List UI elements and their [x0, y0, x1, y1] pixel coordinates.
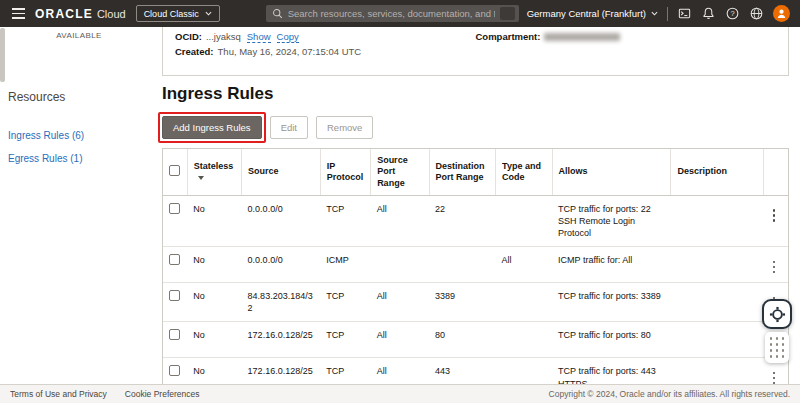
search-bar[interactable] — [266, 5, 519, 22]
sidebar-title: Resources — [8, 90, 154, 104]
cell-ip-protocol: TCP — [320, 283, 370, 322]
column-header-destination-port-range: Destination Port Range — [429, 149, 496, 195]
column-header-source-port-range: Source Port Range — [371, 149, 429, 195]
compartment-value-redacted — [544, 33, 620, 41]
table-header-row: Stateless Source IP Protocol Source Port… — [163, 149, 788, 195]
cell-description — [671, 195, 764, 246]
cell-source-port-range: All — [371, 322, 429, 358]
select-all-checkbox[interactable] — [169, 165, 180, 176]
target-icon — [769, 306, 786, 323]
cell-stateless: No — [187, 283, 241, 322]
column-header-description: Description — [671, 149, 764, 195]
cell-source: 0.0.0.0/0 — [242, 247, 321, 283]
scrollbar-thumb[interactable] — [0, 28, 5, 82]
column-header-ip-protocol: IP Protocol — [320, 149, 370, 195]
ocid-copy-link[interactable]: Copy — [277, 31, 299, 43]
cell-source: 84.83.203.184/32 — [242, 283, 321, 322]
row-actions-menu-icon[interactable] — [770, 207, 779, 224]
topbar-right-controls: Germany Central (Frankfurt) ? — [527, 5, 790, 22]
search-hotkey-badge — [500, 7, 515, 20]
row-checkbox[interactable] — [169, 254, 180, 265]
chevron-down-icon — [205, 11, 212, 16]
drag-handle-dots[interactable] — [765, 332, 790, 363]
ingress-rules-table: Stateless Source IP Protocol Source Port… — [162, 148, 789, 403]
page-title: Ingress Rules — [162, 84, 789, 104]
divider — [667, 7, 668, 21]
row-checkbox[interactable] — [169, 290, 180, 301]
cell-allows: ICMP traffic for: All — [552, 247, 671, 283]
created-value: Thu, May 16, 2024, 07:15:04 UTC — [218, 46, 362, 57]
profile-avatar[interactable] — [773, 5, 790, 22]
notifications-bell-icon[interactable] — [701, 6, 716, 21]
oracle-wordmark: ORACLE — [35, 7, 93, 21]
menu-icon[interactable] — [10, 6, 27, 21]
help-icon[interactable]: ? — [725, 6, 740, 21]
cell-source-port-range: All — [371, 283, 429, 322]
column-header-source: Source — [242, 149, 321, 195]
cell-type-and-code — [496, 322, 552, 358]
cell-type-and-code — [496, 283, 552, 322]
cell-description — [671, 283, 764, 322]
cell-allows: TCP traffic for ports: 3389 — [552, 283, 671, 322]
region-selector[interactable]: Germany Central (Frankfurt) — [527, 8, 658, 19]
edit-button[interactable]: Edit — [270, 116, 308, 139]
row-checkbox[interactable] — [169, 329, 180, 340]
row-checkbox[interactable] — [169, 365, 180, 376]
cloud-shell-icon[interactable] — [677, 6, 692, 21]
cell-stateless: No — [187, 322, 241, 358]
table-row: No 84.83.203.184/32 TCP All 3389 TCP tra… — [163, 283, 788, 322]
cell-source: 0.0.0.0/0 — [242, 195, 321, 246]
column-header-stateless[interactable]: Stateless — [187, 149, 241, 195]
sidebar-item-ingress-rules[interactable]: Ingress Rules (6) — [8, 130, 154, 141]
compartment-label: Compartment: — [476, 31, 541, 42]
cell-destination-port-range: 80 — [429, 322, 496, 358]
language-globe-icon[interactable] — [749, 6, 764, 21]
add-ingress-rules-button[interactable]: Add Ingress Rules — [162, 116, 262, 139]
cell-ip-protocol: TCP — [320, 322, 370, 358]
ingress-rules-table-body: No 0.0.0.0/0 TCP All 22 TCP traffic for … — [163, 195, 788, 403]
cell-type-and-code — [496, 195, 552, 246]
resource-details-card: OCID:...jyaksqShowCopy Compartment: Crea… — [162, 27, 789, 76]
column-header-allows: Allows — [552, 149, 671, 195]
cookie-preferences-link[interactable]: Cookie Preferences — [125, 389, 200, 399]
region-label: Germany Central (Frankfurt) — [527, 8, 646, 19]
cloud-wordmark: Cloud — [97, 8, 126, 20]
created-row: Created:Thu, May 16, 2024, 07:15:04 UTC — [175, 46, 476, 57]
resources-sidebar: Resources Ingress Rules (6) Egress Rules… — [8, 90, 154, 176]
row-actions-menu-icon[interactable] — [770, 259, 779, 276]
terms-of-use-link[interactable]: Terms of Use and Privacy — [10, 389, 107, 399]
row-checkbox[interactable] — [169, 203, 180, 214]
cell-description — [671, 322, 764, 358]
cell-ip-protocol: ICMP — [320, 247, 370, 283]
cell-stateless: No — [187, 195, 241, 246]
cell-allows: TCP traffic for ports: 22 SSH Remote Log… — [552, 195, 671, 246]
ocid-label: OCID: — [175, 31, 202, 42]
remove-button[interactable]: Remove — [316, 116, 373, 139]
cell-destination-port-range — [429, 247, 496, 283]
svg-text:?: ? — [730, 9, 734, 18]
cell-destination-port-range: 3389 — [429, 283, 496, 322]
ocid-show-link[interactable]: Show — [247, 31, 271, 43]
main-content: Ingress Rules Add Ingress Rules Edit Rem… — [162, 84, 789, 403]
cloud-classic-label: Cloud Classic — [144, 9, 199, 19]
cell-ip-protocol: TCP — [320, 195, 370, 246]
ocid-value: ...jyaksq — [206, 31, 241, 42]
cell-source: 172.16.0.128/25 — [242, 322, 321, 358]
sidebar-item-egress-rules[interactable]: Egress Rules (1) — [8, 153, 154, 164]
cell-description — [671, 247, 764, 283]
add-ingress-rules-label: Add Ingress Rules — [173, 122, 251, 133]
compartment-row: Compartment: — [476, 31, 777, 42]
cell-type-and-code: All — [496, 247, 552, 283]
top-navigation-bar: ORACLE Cloud Cloud Classic Germany Centr… — [0, 0, 800, 27]
oracle-cloud-logo[interactable]: ORACLE Cloud — [35, 7, 126, 21]
table-row: No 0.0.0.0/0 ICMP All ICMP traffic for: … — [163, 247, 788, 283]
target-capture-button[interactable] — [762, 299, 792, 329]
sort-desc-icon — [198, 176, 204, 180]
search-input[interactable] — [288, 8, 495, 19]
created-label: Created: — [175, 46, 214, 57]
floating-widget — [762, 299, 792, 363]
cell-stateless: No — [187, 247, 241, 283]
cell-allows: TCP traffic for ports: 80 — [552, 322, 671, 358]
cell-source-port-range: All — [371, 195, 429, 246]
cloud-classic-button[interactable]: Cloud Classic — [136, 5, 220, 22]
